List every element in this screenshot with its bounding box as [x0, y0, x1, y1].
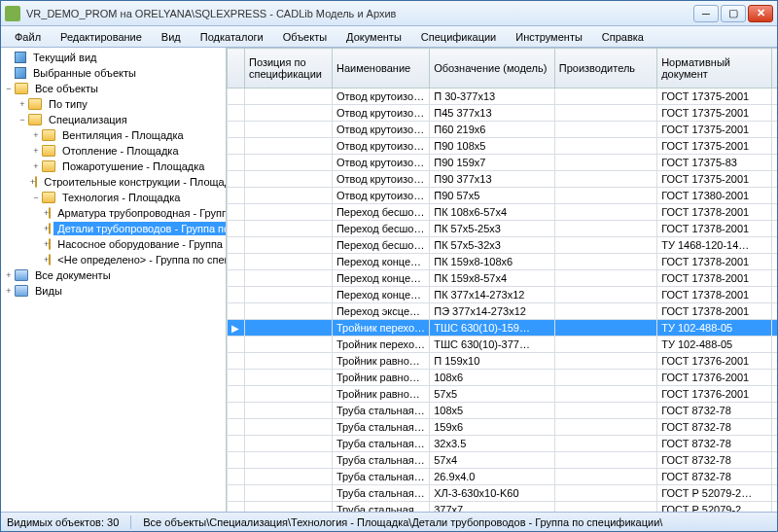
cell[interactable]: [244, 469, 332, 485]
cell[interactable]: [554, 353, 656, 370]
cell[interactable]: 09Г2С: [772, 155, 777, 171]
cell[interactable]: [244, 419, 332, 436]
cell[interactable]: 09Г2С: [772, 138, 777, 155]
cell[interactable]: ПК 108x6-57x4: [430, 204, 555, 221]
menu-edit[interactable]: Редактирование: [53, 28, 150, 46]
grid-pane[interactable]: Позиция по спецификации Наименование Обо…: [227, 48, 777, 512]
cell[interactable]: Тройник равноп…: [332, 386, 429, 403]
cell[interactable]: [554, 469, 656, 485]
row-selector[interactable]: [228, 485, 245, 502]
tree-item-spec[interactable]: Специализация: [45, 113, 131, 126]
table-row[interactable]: Отвод крутоизо…П90 377x13ГОСТ 17375-2001…: [228, 171, 778, 188]
table-row[interactable]: Переход бесшо…ПК 57x5-32x3ТУ 1468-120-14…: [228, 237, 778, 254]
cell[interactable]: ГОСТ 8732-78: [657, 436, 772, 452]
tree-item-all-objects[interactable]: Все объекты: [31, 82, 102, 95]
cell[interactable]: [244, 138, 332, 155]
cell[interactable]: Тройник перехо…: [332, 337, 429, 353]
row-selector[interactable]: [228, 353, 245, 370]
cell[interactable]: ПК 159x8-57x4: [430, 270, 555, 287]
cell[interactable]: 09Г2С: [772, 452, 777, 469]
cell[interactable]: 159x6: [430, 419, 555, 436]
menu-file[interactable]: Файл: [7, 28, 49, 46]
cell[interactable]: [554, 337, 656, 353]
cell[interactable]: [772, 485, 777, 502]
row-selector[interactable]: [228, 370, 245, 386]
column-material[interactable]: Материал: [772, 49, 777, 89]
menu-specs[interactable]: Спецификации: [413, 28, 504, 46]
cell[interactable]: 09Г2С: [772, 270, 777, 287]
table-row[interactable]: Труба стальная …32x3.5ГОСТ 8732-7809Г2СГ…: [228, 436, 778, 452]
cell[interactable]: П 30-377x13: [430, 89, 555, 105]
cell[interactable]: 57x5: [430, 386, 555, 403]
cell[interactable]: [554, 237, 656, 254]
tree-expander[interactable]: +: [17, 99, 28, 109]
row-selector[interactable]: [228, 386, 245, 403]
cell[interactable]: Переход конце…: [332, 287, 429, 303]
cell[interactable]: 09Г2С: [772, 237, 777, 254]
cell[interactable]: ТУ 102-488-05: [657, 337, 772, 353]
tree-expander[interactable]: −: [3, 84, 15, 93]
row-selector[interactable]: [228, 171, 245, 188]
cell[interactable]: ПК 57x5-25x3: [430, 221, 555, 237]
cell[interactable]: 09Г2С: [772, 122, 777, 138]
column-manufacturer[interactable]: Производитель: [554, 49, 656, 89]
menu-tools[interactable]: Инструменты: [508, 28, 590, 46]
table-row[interactable]: Отвод крутоизо…П60 219x6ГОСТ 17375-20010…: [228, 122, 778, 138]
cell[interactable]: 09Г2С: [772, 386, 777, 403]
titlebar[interactable]: VR_DEMO_PROM на ORELYANA\SQLEXPRESS - CA…: [1, 1, 777, 26]
row-selector[interactable]: [228, 469, 245, 485]
row-selector[interactable]: [228, 138, 245, 155]
cell[interactable]: 09Г2С: [772, 353, 777, 370]
tree-item-pump[interactable]: Насосное оборудование - Группа по спе: [53, 237, 227, 251]
cell[interactable]: ГОСТ 17375-2001: [657, 122, 772, 138]
tree-item-heat[interactable]: Отопление - Площадка: [58, 144, 183, 158]
cell[interactable]: Труба стальная …: [332, 436, 429, 452]
cell[interactable]: ГОСТ 17378-2001: [657, 221, 772, 237]
cell[interactable]: [772, 502, 777, 513]
cell[interactable]: ГОСТ 17378-2001: [657, 303, 772, 320]
cell[interactable]: [244, 105, 332, 122]
cell[interactable]: ГОСТ 17375-2001: [657, 89, 772, 105]
table-row[interactable]: Труба стальная …57x4ГОСТ 8732-7809Г2СГОС…: [228, 452, 778, 469]
minimize-button[interactable]: ─: [693, 5, 719, 22]
cell[interactable]: [554, 155, 656, 171]
tree-expander[interactable]: +: [3, 270, 15, 280]
row-selector[interactable]: [228, 502, 245, 513]
cell[interactable]: ГОСТ 17380-2001: [657, 188, 772, 204]
cell[interactable]: 09Г2С: [772, 469, 777, 485]
cell[interactable]: Переход бесшо…: [332, 237, 429, 254]
cell[interactable]: 10Г2СФБ: [772, 320, 777, 337]
tree-item-current-view[interactable]: Текущий вид: [29, 51, 100, 64]
tree-item-views[interactable]: Виды: [31, 284, 66, 298]
cell[interactable]: [554, 254, 656, 270]
cell[interactable]: 09Г2С: [772, 171, 777, 188]
cell[interactable]: [244, 320, 332, 337]
cell[interactable]: П90 57x5: [430, 188, 555, 204]
cell[interactable]: [244, 270, 332, 287]
cell[interactable]: [554, 419, 656, 436]
cell[interactable]: Тройник перехо…: [332, 320, 429, 337]
cell[interactable]: [554, 204, 656, 221]
tree-expander[interactable]: −: [30, 193, 42, 202]
cell[interactable]: Труба стальная …: [332, 469, 429, 485]
tree-expander[interactable]: +: [30, 130, 42, 140]
cell[interactable]: Труба стальная …: [332, 452, 429, 469]
column-model[interactable]: Обозначение (модель): [430, 49, 555, 89]
table-row[interactable]: Труба стальная …26.9x4.0ГОСТ 8732-7809Г2…: [228, 469, 778, 485]
table-row[interactable]: Труба стальная …ХЛ-3-630x10-K60ГОСТ Р 52…: [228, 485, 778, 502]
menu-view[interactable]: Вид: [154, 28, 189, 46]
cell[interactable]: [554, 270, 656, 287]
table-row[interactable]: Отвод крутоизо…П90 108x5ГОСТ 17375-20010…: [228, 138, 778, 155]
cell[interactable]: ТУ 102-488-05: [657, 320, 772, 337]
cell[interactable]: Отвод крутоизо…: [332, 188, 429, 204]
tree-item-armature[interactable]: Арматура трубопроводная - Группа по сп: [53, 206, 227, 220]
cell[interactable]: 09Г2С: [772, 188, 777, 204]
cell[interactable]: Труба стальная …: [332, 485, 429, 502]
row-selector[interactable]: [228, 204, 245, 221]
cell[interactable]: ГОСТ 17376-2001: [657, 386, 772, 403]
cell[interactable]: [244, 353, 332, 370]
cell[interactable]: [244, 370, 332, 386]
row-selector[interactable]: [228, 337, 245, 353]
cell[interactable]: Тройник равноп…: [332, 353, 429, 370]
cell[interactable]: 26.9x4.0: [430, 469, 555, 485]
